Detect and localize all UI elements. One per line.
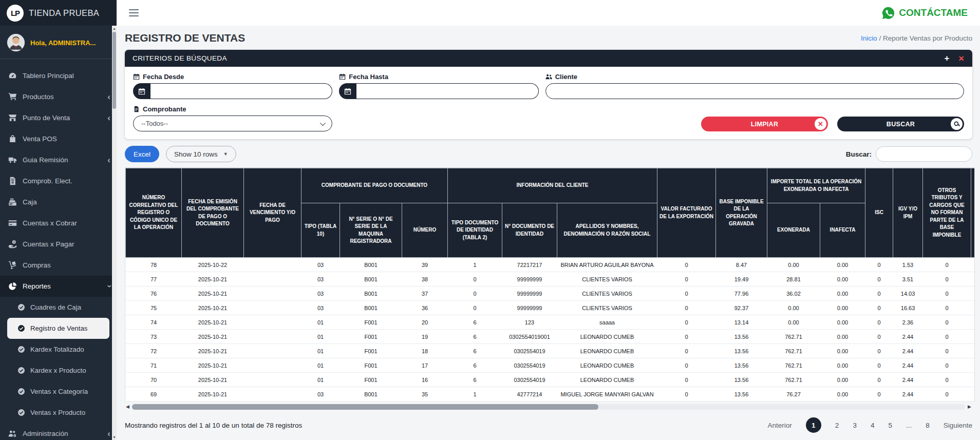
table-cell: 2025-10-21 (182, 330, 244, 344)
show-rows-dropdown[interactable]: Show 10 rows ▼ (166, 146, 236, 162)
chevron-left-icon: ‹ (107, 429, 110, 438)
menu-toggle-icon[interactable] (129, 9, 139, 16)
scrollbar-thumb[interactable] (132, 404, 598, 410)
buscar-button[interactable]: BUSCAR (837, 117, 964, 131)
sidebar-item[interactable]: Cuentas x Cobrar (0, 213, 117, 234)
table-cell: 2.36 (893, 315, 923, 330)
sidebar-subitem[interactable]: Cuadres de Caja (7, 297, 109, 318)
table-search-label: Buscar: (846, 150, 872, 158)
table-cell: 123 (502, 315, 557, 330)
scroll-right-icon[interactable]: ▶ (967, 404, 972, 409)
sidebar-item[interactable]: Cuentas x Pagar (0, 234, 117, 255)
table-cell: 72217217 (502, 258, 557, 272)
close-icon[interactable]: ✕ (958, 55, 965, 62)
table-cell: B001 (340, 258, 402, 272)
table-cell: 0 (657, 258, 716, 272)
sidebar-item[interactable]: Venta POS (0, 128, 117, 149)
pagination-page-4[interactable]: 4 (871, 422, 875, 429)
table-cell: 0 (657, 387, 716, 401)
table-cell: CLIENTES VARIOS (557, 301, 657, 315)
table-cell: 76.27 (767, 387, 820, 401)
fecha-desde-input[interactable] (150, 83, 332, 99)
table-row: 732025-10-2101F0011960302554019001LEONAR… (126, 330, 975, 344)
chevron-left-icon: ‹ (107, 156, 110, 164)
sidebar-subitem[interactable]: Kardex Totalizado (7, 339, 109, 360)
table-row: 702025-10-2101F0011660302554019LEONARDO … (126, 373, 975, 387)
pagination-page-8[interactable]: 8 (926, 422, 930, 429)
sidebar-item[interactable]: Compras (0, 255, 117, 276)
table-cell: 92.37 (716, 301, 767, 315)
pagination-page-5[interactable]: 5 (888, 422, 892, 429)
sidebar-item[interactable]: Productos ‹ (0, 86, 117, 107)
user-panel[interactable]: Hola, ADMINISTRA... (0, 26, 117, 59)
table-cell: 13.56 (716, 387, 767, 401)
scroll-up-icon[interactable]: ▲ (112, 26, 116, 31)
table-cell: 0 (923, 301, 971, 315)
pagination-prev[interactable]: Anterior (768, 422, 792, 429)
check-circle-icon (17, 303, 25, 311)
col-header-apellidos: APELLIDOS Y NOMBRES, DENOMINACIÓN O RAZÓ… (557, 203, 657, 258)
table-cell: 0.00 (767, 258, 820, 272)
scrollbar-track[interactable] (132, 404, 965, 410)
sidebar-subitem[interactable]: Kardex x Producto (7, 360, 109, 381)
sidebar-scrollbar[interactable]: ▲ ▼ (112, 26, 117, 440)
pagination-page-...[interactable]: ... (906, 422, 912, 429)
sidebar-subitem-active[interactable]: Registro de Ventas (7, 318, 109, 339)
content: REGISTRO DE VENTAS Inicio / Reporte Vent… (117, 26, 980, 440)
pagination-page-3[interactable]: 3 (853, 422, 857, 429)
pagination-next[interactable]: Siguiente (944, 422, 972, 429)
table-cell: 6 (448, 315, 502, 330)
table-cell: 2025-10-21 (182, 301, 244, 315)
pagination-page-1[interactable]: 1 (806, 417, 821, 433)
sidebar-item[interactable]: Caja (0, 192, 117, 213)
limpiar-button[interactable]: LIMPIAR ✕ (701, 117, 828, 131)
sidebar-item[interactable]: Reportes ‹ (0, 276, 117, 297)
fecha-hasta-input[interactable] (356, 83, 538, 99)
sidebar-subitem[interactable]: Ventas x Categoría (7, 381, 109, 402)
col-header-fecha-vencimiento: FECHA DE VENCIMIENTO Y/O PAGO (244, 168, 301, 258)
main-area: CONTÁCTAME REGISTRO DE VENTAS Inicio / R… (117, 0, 980, 440)
pagination-page-2[interactable]: 2 (835, 422, 839, 429)
chevron-left-icon: ‹ (107, 113, 110, 122)
pagination-pages: 12345...8 (806, 417, 930, 433)
table-search-input[interactable] (876, 146, 972, 162)
table-footer: Mostrando registros del 1 al 10 de un to… (125, 417, 972, 433)
table-cell: 19.49 (716, 272, 767, 286)
table-cell-clipped (971, 358, 975, 373)
contact-link[interactable]: CONTÁCTAME (882, 7, 968, 20)
excel-button[interactable]: Excel (125, 146, 159, 162)
table-cell: 0 (657, 358, 716, 373)
scroll-down-icon[interactable]: ▼ (112, 434, 116, 440)
table-cell: 6 (448, 344, 502, 358)
table-cell: 1 (448, 258, 502, 272)
breadcrumb-home[interactable]: Inicio (861, 34, 877, 42)
col-header-igv: IGV Y/O IPM (893, 168, 923, 258)
table-cell: 14.03 (893, 286, 923, 301)
sidebar-item[interactable]: Guia Remisión ‹ (0, 149, 117, 170)
comprobante-select[interactable]: --Todos-- (133, 116, 332, 131)
scrollbar-thumb[interactable] (112, 32, 116, 109)
table-cell: 0 (865, 286, 893, 301)
table-cell: 13.56 (716, 358, 767, 373)
table-cell: 75 (126, 301, 182, 315)
expand-icon[interactable]: + (945, 54, 950, 63)
table-cell-clipped (971, 344, 975, 358)
table-cell: 03 (301, 387, 340, 401)
table-cell: F001 (340, 330, 402, 344)
calendar-icon (339, 73, 346, 80)
sidebar-subitem[interactable]: Ventas x Producto (7, 402, 109, 423)
sidebar-item[interactable]: Punto de Venta ‹ (0, 107, 117, 128)
table-row: 752025-10-2103B00136099999999CLIENTES VA… (126, 301, 975, 315)
col-header-otros: OTROS TRIBUTOS Y CARGOS QUE NO FORMAN PA… (923, 168, 971, 258)
sidebar-item[interactable]: Administración ‹ (0, 423, 117, 440)
sidebar-item[interactable]: Comprob. Elect. (0, 170, 117, 192)
scroll-left-icon[interactable]: ◀ (125, 404, 130, 409)
table-cell: 35 (402, 387, 448, 401)
col-header-base-imponible: BASE IMPONIBLE DE LA OPERACIÓN GRAVADA (716, 168, 767, 258)
cliente-input[interactable] (545, 83, 964, 99)
sidebar-item[interactable]: Tablero Principal (0, 65, 117, 86)
table-cell: 0 (865, 315, 893, 330)
cliente-label: Cliente (545, 73, 964, 81)
table-cell: 03 (301, 272, 340, 286)
table-cell: 0 (865, 272, 893, 286)
